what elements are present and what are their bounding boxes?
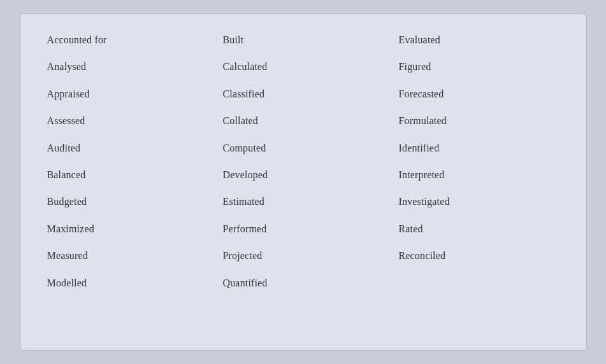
column-2: BuiltCalculatedClassifiedCollatedCompute…	[215, 27, 391, 337]
word-item: Rated	[391, 216, 567, 242]
word-item: Audited	[40, 135, 215, 162]
word-item: Reconciled	[391, 242, 567, 269]
word-item: Balanced	[40, 162, 215, 188]
word-item: Analysed	[40, 53, 215, 80]
word-item: Estimated	[215, 188, 391, 215]
word-item: Maximized	[40, 216, 215, 242]
word-item: Figured	[391, 53, 567, 80]
word-item: Measured	[40, 242, 215, 269]
word-item: Projected	[215, 242, 391, 269]
word-item: Appraised	[40, 81, 215, 108]
word-item: Assessed	[40, 108, 215, 134]
columns-wrapper: Accounted forAnalysedAppraisedAssessedAu…	[40, 27, 567, 337]
word-item: Evaluated	[391, 27, 567, 53]
word-item: Identified	[391, 135, 567, 162]
word-item: Forecasted	[391, 81, 567, 108]
column-1: Accounted forAnalysedAppraisedAssessedAu…	[40, 27, 215, 337]
word-item: Investigated	[391, 188, 567, 215]
word-item: Developed	[215, 162, 391, 188]
word-item: Accounted for	[40, 27, 215, 53]
word-item: Built	[215, 27, 391, 53]
word-item: Formulated	[391, 108, 567, 134]
word-item: Quantified	[215, 270, 391, 297]
word-item: Calculated	[215, 53, 391, 80]
word-item: Collated	[215, 108, 391, 134]
column-3: EvaluatedFiguredForecastedFormulatedIden…	[391, 27, 567, 337]
word-item: Modelled	[40, 270, 215, 297]
word-item: Performed	[215, 216, 391, 242]
word-item: Interpreted	[391, 162, 567, 188]
word-item: Classified	[215, 81, 391, 108]
word-item	[391, 270, 567, 283]
word-list-card: Accounted forAnalysedAppraisedAssessedAu…	[20, 13, 587, 351]
word-item: Budgeted	[40, 188, 215, 215]
word-item: Computed	[215, 135, 391, 162]
